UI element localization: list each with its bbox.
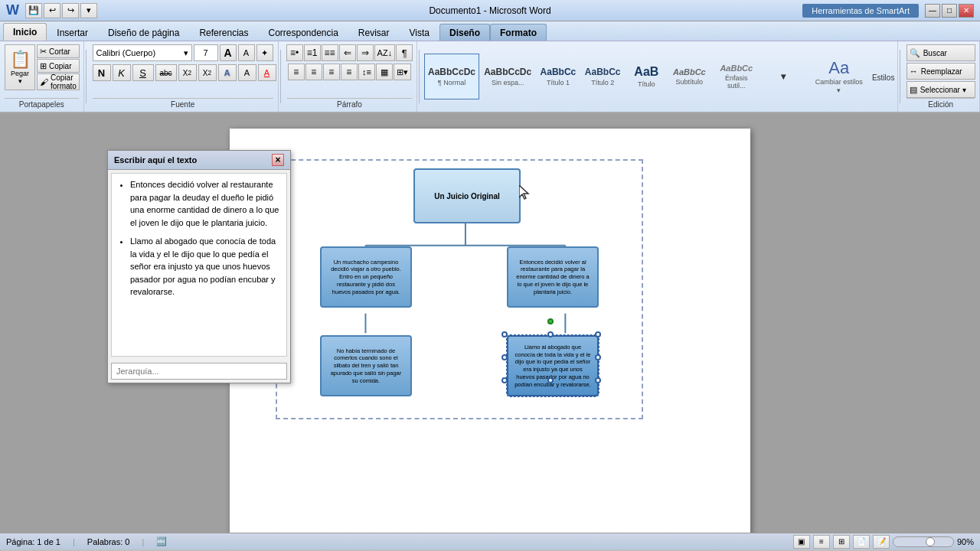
clipboard-label: Portapapeles: [5, 98, 79, 109]
sma-bot-right-box[interactable]: Llamo al abogado que conocía de toda la …: [507, 335, 599, 396]
smartart-panel-header: Escribir aquí el texto ×: [108, 151, 290, 170]
numbering-btn[interactable]: ≡1: [304, 44, 321, 61]
font-color-btn[interactable]: A: [258, 64, 276, 81]
style-sin-espacio[interactable]: AaBbCcDc Sin espa...: [480, 54, 535, 99]
strikethrough-btn[interactable]: abc: [155, 64, 177, 81]
parrafo-section: ≡• ≡1 ≡≡ ⇐ ⇒ AZ↓ ¶ ≡ ≡ ≡ ≡ ↕≡ ▦ ⊞▾ Párra…: [283, 41, 417, 112]
align-left-btn[interactable]: ≡: [288, 64, 305, 80]
handle-br[interactable]: [595, 377, 601, 383]
handle-bl[interactable]: [501, 377, 508, 383]
show-marks-btn[interactable]: ¶: [396, 44, 413, 61]
tab-correspondencia[interactable]: Correspondencia: [258, 24, 348, 41]
view-draft-btn[interactable]: 📝: [873, 535, 890, 549]
cambiar-estilos-btn[interactable]: Aa Cambiar estilos ▾: [808, 52, 871, 101]
style-titulo2[interactable]: AaBbCc Título 2: [581, 54, 625, 99]
underline-btn[interactable]: S: [132, 64, 154, 81]
smartart-panel-title: Escribir aquí el texto: [114, 155, 197, 165]
font-size-combo[interactable]: 7: [194, 44, 218, 61]
view-outline-btn[interactable]: 📄: [853, 535, 870, 549]
style-titulo[interactable]: AaB Título: [626, 54, 668, 99]
line-spacing-btn[interactable]: ↕≡: [358, 64, 375, 80]
sma-mid-right-box[interactable]: Entonces decidió volver al restaurante p…: [507, 246, 599, 308]
restore-btn[interactable]: □: [942, 4, 957, 18]
increase-indent-btn[interactable]: ⇒: [357, 44, 374, 61]
align-right-btn[interactable]: ≡: [323, 64, 340, 80]
edicion-section: 🔍Buscar ↔Reemplazar ▤Seleccionar ▾ Edici…: [902, 41, 980, 112]
title-bar: W 💾 ↩ ↪ ▾ Documento1 - Microsoft Word He…: [0, 0, 980, 21]
style-normal[interactable]: AaBbCcDc ¶ Normal: [424, 54, 479, 99]
handle-tr[interactable]: [595, 331, 601, 337]
decrease-indent-btn[interactable]: ⇐: [339, 44, 356, 61]
word-count: Palabras: 0: [87, 537, 130, 546]
view-fullread-btn[interactable]: ≡: [813, 535, 830, 549]
smartart-text-content[interactable]: Entonces decidió volver al restaurante p…: [111, 173, 287, 357]
bullets-btn[interactable]: ≡•: [286, 44, 303, 61]
style-more[interactable]: ▾: [763, 54, 805, 99]
status-bar: Página: 1 de 1 | Palabras: 0 | 🔤 ▣ ≡ ⊞ 📄…: [0, 533, 980, 549]
handle-tl[interactable]: [501, 331, 508, 337]
buscar-btn[interactable]: 🔍Buscar: [906, 44, 975, 61]
style-subtitulo[interactable]: AaBbCc Subtítulo: [668, 54, 710, 99]
text-highlight-btn[interactable]: A: [238, 64, 256, 81]
borders-btn[interactable]: ⊞▾: [394, 64, 411, 80]
smartart-text-panel: Escribir aquí el texto × Entonces decidi…: [107, 150, 291, 383]
tab-vista[interactable]: Vista: [400, 24, 439, 41]
font-section: Calibri (Cuerpo) ▾ 7 A A ✦ N K S abc X2 …: [88, 41, 279, 112]
handle-tc[interactable]: [547, 331, 554, 337]
seleccionar-btn[interactable]: ▤Seleccionar ▾: [906, 81, 975, 98]
handle-mr[interactable]: [595, 354, 601, 360]
sma-top-box[interactable]: Un Juicio Original: [413, 168, 521, 223]
shading-btn[interactable]: ▦: [376, 64, 393, 80]
text-effects-btn[interactable]: A: [218, 64, 237, 81]
quick-redo-btn[interactable]: ↪: [62, 3, 79, 18]
superscript-btn[interactable]: X2: [198, 64, 217, 81]
view-print-btn[interactable]: ▣: [793, 535, 810, 549]
font-size-down-btn[interactable]: A: [238, 44, 255, 61]
tab-revisar[interactable]: Revisar: [348, 24, 400, 41]
clipboard-section: 📋 Pegar ▾ ✂Cortar ⊞Copiar 🖌Copiar format…: [0, 41, 84, 112]
sma-bot-left-box[interactable]: No había terminado de comerlos cuando so…: [320, 335, 412, 396]
handle-rotate[interactable]: [547, 318, 554, 324]
tab-insertar[interactable]: Insertar: [47, 24, 98, 41]
quick-custom-btn[interactable]: ▾: [80, 3, 97, 18]
smartart-panel-close-btn[interactable]: ×: [272, 154, 284, 166]
font-family-combo[interactable]: Calibri (Cuerpo) ▾: [93, 44, 192, 61]
smartart-diagram[interactable]: Un Juicio Original Un muchacho campesino…: [276, 159, 643, 419]
clear-format-btn[interactable]: ✦: [256, 44, 273, 61]
multilevel-btn[interactable]: ≡≡: [322, 44, 338, 61]
handle-bc[interactable]: [547, 377, 554, 383]
tab-diseno-pagina[interactable]: Diseño de página: [98, 24, 189, 41]
subscript-btn[interactable]: X2: [178, 64, 197, 81]
tab-inicio[interactable]: Inicio: [3, 23, 47, 41]
quick-undo-btn[interactable]: ↩: [44, 3, 60, 18]
bold-btn[interactable]: N: [93, 64, 111, 81]
quick-save-btn[interactable]: 💾: [25, 3, 42, 18]
tab-diseno-smartart[interactable]: Diseño: [439, 24, 490, 41]
italic-btn[interactable]: K: [113, 64, 131, 81]
zoom-slider[interactable]: [893, 536, 954, 547]
font-size-up-btn[interactable]: A: [220, 44, 237, 61]
sma-mid-left-box[interactable]: Un muchacho campesino decidió viajar a o…: [320, 246, 412, 308]
align-center-btn[interactable]: ≡: [305, 64, 322, 80]
sort-btn[interactable]: AZ↓: [374, 44, 396, 61]
paste-btn[interactable]: 📋 Pegar ▾: [5, 44, 35, 90]
close-btn[interactable]: ✕: [959, 4, 974, 18]
format-painter-btn[interactable]: 🖌Copiar formato: [37, 73, 80, 90]
page-info: Página: 1 de 1: [6, 537, 60, 546]
copy-btn[interactable]: ⊞Copiar: [37, 59, 80, 73]
style-titulo1[interactable]: AaBbCc Título 1: [536, 54, 580, 99]
justify-btn[interactable]: ≡: [341, 64, 358, 80]
estilos-section: AaBbCcDc ¶ Normal AaBbCcDc Sin espa... A…: [421, 41, 898, 112]
hierarchy-dropdown[interactable]: [111, 363, 287, 380]
cut-btn[interactable]: ✂Cortar: [37, 44, 80, 58]
reemplazar-btn[interactable]: ↔Reemplazar: [906, 63, 975, 80]
view-web-btn[interactable]: ⊞: [833, 535, 850, 549]
edicion-label: Edición: [906, 98, 975, 109]
style-enfasis-sutil[interactable]: AaBbCc Énfasis sutil...: [711, 54, 762, 99]
minimize-btn[interactable]: —: [925, 4, 940, 18]
handle-ml[interactable]: [501, 354, 508, 360]
font-label: Fuente: [93, 98, 273, 109]
tab-formato-smartart[interactable]: Formato: [490, 24, 547, 41]
tab-referencias[interactable]: Referencias: [189, 24, 258, 41]
smartart-panel-footer: [108, 360, 290, 383]
